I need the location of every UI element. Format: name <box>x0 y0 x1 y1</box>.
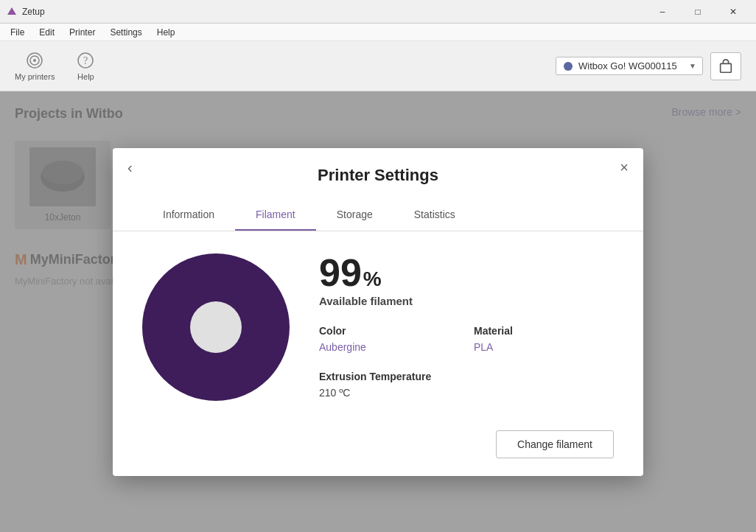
menu-settings[interactable]: Settings <box>102 26 149 39</box>
color-label: Color <box>319 325 459 337</box>
shop-button[interactable] <box>710 52 741 80</box>
properties-grid: Color Material Aubergine PLA <box>319 325 614 353</box>
modal-header: ‹ Printer Settings × <box>113 148 643 185</box>
percentage-symbol: % <box>363 267 382 291</box>
close-window-button[interactable]: ✕ <box>716 0 750 24</box>
printer-selector[interactable]: Witbox Go! WG000115 ▼ <box>556 57 703 75</box>
modal-title: Printer Settings <box>142 166 614 185</box>
menu-file[interactable]: File <box>3 26 32 39</box>
minimize-button[interactable]: – <box>645 0 679 24</box>
printer-settings-modal: ‹ Printer Settings × Information Filamen… <box>113 148 643 476</box>
filament-info: 99 % Available filament Color Material A… <box>319 253 614 399</box>
printer-status-dot <box>564 62 573 71</box>
filament-spool <box>142 253 290 401</box>
help-icon: ? <box>77 52 94 69</box>
help-label: Help <box>77 72 94 81</box>
app-toolbar: My printers ? Help Witbox Go! WG000115 ▼ <box>0 41 756 91</box>
printer-name: Witbox Go! WG000115 <box>578 60 677 71</box>
my-printers-toolbar-item[interactable]: My printers <box>15 52 55 81</box>
menu-edit[interactable]: Edit <box>32 26 62 39</box>
color-value: Aubergine <box>319 341 459 353</box>
percentage-row: 99 % <box>319 253 614 292</box>
tab-filament[interactable]: Filament <box>235 200 316 231</box>
available-filament-label: Available filament <box>319 295 614 307</box>
extrusion-value: 210 ºC <box>319 387 614 399</box>
tab-storage[interactable]: Storage <box>316 200 393 231</box>
modal-close-button[interactable]: × <box>620 160 629 175</box>
modal-body: 99 % Available filament Color Material A… <box>113 231 643 423</box>
titlebar: Zetup – □ ✕ <box>0 0 756 24</box>
titlebar-controls: – □ ✕ <box>645 0 750 24</box>
maximize-button[interactable]: □ <box>681 0 715 24</box>
my-printers-icon <box>26 52 43 69</box>
menu-printer[interactable]: Printer <box>62 26 102 39</box>
toolbar-right: Witbox Go! WG000115 ▼ <box>556 52 741 80</box>
filament-percentage: 99 <box>319 253 362 292</box>
modal-back-button[interactable]: ‹ <box>127 160 133 175</box>
material-label: Material <box>474 325 614 337</box>
main-area: Projects in Witbo Browse more > 10xJeton… <box>0 91 756 532</box>
modal-overlay: ‹ Printer Settings × Information Filamen… <box>0 91 756 532</box>
svg-marker-0 <box>7 7 16 15</box>
material-value: PLA <box>474 341 614 353</box>
modal-footer: Change filament <box>113 423 643 476</box>
filament-spool-visual <box>142 253 290 401</box>
svg-point-3 <box>33 59 36 62</box>
svg-rect-6 <box>721 63 732 72</box>
chevron-down-icon: ▼ <box>689 62 696 70</box>
menu-help[interactable]: Help <box>150 26 183 39</box>
modal-tabs: Information Filament Storage Statistics <box>113 200 643 231</box>
change-filament-button[interactable]: Change filament <box>496 430 614 458</box>
titlebar-left: Zetup <box>6 6 45 18</box>
menubar: File Edit Printer Settings Help <box>0 24 756 41</box>
app-title: Zetup <box>22 7 45 17</box>
my-printers-label: My printers <box>15 72 55 81</box>
spool-center <box>190 301 242 353</box>
app-logo-icon <box>6 6 18 18</box>
svg-text:?: ? <box>83 55 88 66</box>
tab-statistics[interactable]: Statistics <box>393 200 476 231</box>
tab-information[interactable]: Information <box>142 200 235 231</box>
help-toolbar-item[interactable]: ? Help <box>77 52 94 81</box>
toolbar-left: My printers ? Help <box>15 52 94 81</box>
extrusion-label: Extrusion Temperature <box>319 371 614 382</box>
